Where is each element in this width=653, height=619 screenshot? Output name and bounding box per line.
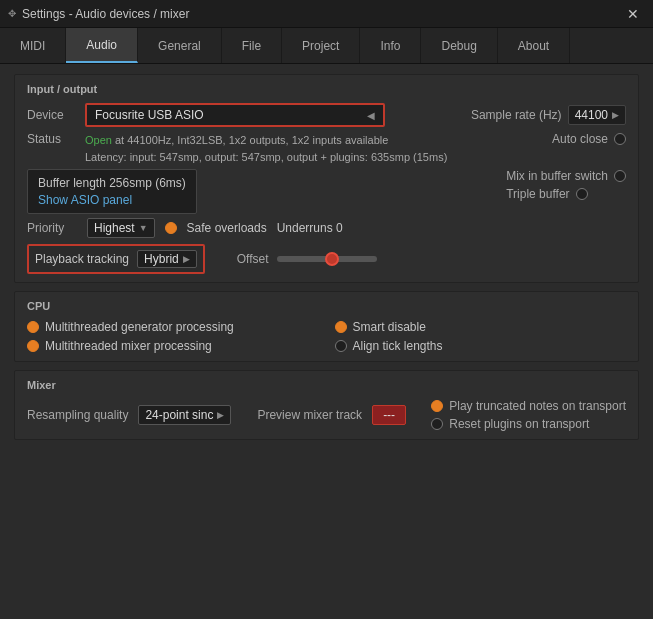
- tab-debug[interactable]: Debug: [421, 28, 497, 63]
- playback-tracking-value: Hybrid: [144, 252, 179, 266]
- buffer-title: Buffer length 256smp (6ms): [38, 176, 186, 190]
- sample-rate-dropdown[interactable]: 44100 ▶: [568, 105, 626, 125]
- resampling-label: Resampling quality: [27, 408, 128, 422]
- status-latency: Latency: input: 547smp, output: 547smp, …: [85, 151, 447, 163]
- sample-rate-arrow-icon: ▶: [612, 110, 619, 120]
- playback-arrow-icon: ▶: [183, 254, 190, 264]
- multithreaded-gen-label: Multithreaded generator processing: [45, 320, 234, 334]
- reset-plugins-label: Reset plugins on transport: [449, 417, 589, 431]
- window-title: Settings - Audio devices / mixer: [22, 7, 189, 21]
- priority-row: Priority Highest ▼ Safe overloads Underr…: [27, 218, 626, 238]
- multithreaded-mix-label: Multithreaded mixer processing: [45, 339, 212, 353]
- safe-overloads-label: Safe overloads: [187, 221, 267, 235]
- sample-rate-label: Sample rate (Hz): [471, 108, 562, 122]
- status-detail: at 44100Hz, Int32LSB, 1x2 outputs, 1x2 i…: [115, 134, 388, 146]
- triple-buffer-row: Triple buffer: [506, 187, 626, 201]
- cpu-item-3: Align tick lengths: [335, 339, 627, 353]
- cpu-section: CPU Multithreaded generator processing S…: [14, 291, 639, 362]
- play-truncated-label: Play truncated notes on transport: [449, 399, 626, 413]
- device-label: Device: [27, 108, 77, 122]
- device-row: Device Focusrite USB ASIO ◀ Sample rate …: [27, 103, 626, 127]
- buffer-right-options: Mix in buffer switch Triple buffer: [506, 169, 626, 201]
- reset-plugins-row: Reset plugins on transport: [431, 417, 626, 431]
- offset-row: Offset: [237, 252, 377, 266]
- tab-general[interactable]: General: [138, 28, 222, 63]
- mixer-section: Mixer Resampling quality 24-point sinc ▶…: [14, 370, 639, 440]
- cpu-title: CPU: [27, 300, 626, 312]
- mixer-right-options: Play truncated notes on transport Reset …: [431, 399, 626, 431]
- offset-slider-track[interactable]: [277, 256, 377, 262]
- drag-icon: ✥: [8, 8, 16, 19]
- tab-about[interactable]: About: [498, 28, 570, 63]
- sample-rate-value: 44100: [575, 108, 608, 122]
- offset-slider-thumb[interactable]: [325, 252, 339, 266]
- mixer-row: Resampling quality 24-point sinc ▶ Previ…: [27, 399, 626, 431]
- play-truncated-radio[interactable]: [431, 400, 443, 412]
- status-row: Status Open at 44100Hz, Int32LSB, 1x2 ou…: [27, 132, 626, 165]
- resampling-dropdown[interactable]: 24-point sinc ▶: [138, 405, 231, 425]
- align-tick-radio[interactable]: [335, 340, 347, 352]
- title-bar: ✥ Settings - Audio devices / mixer ✕: [0, 0, 653, 28]
- tab-audio[interactable]: Audio: [66, 28, 138, 63]
- cpu-item-2: Smart disable: [335, 320, 627, 334]
- preview-label: Preview mixer track: [257, 408, 362, 422]
- device-dropdown[interactable]: Focusrite USB ASIO ◀: [85, 103, 385, 127]
- device-value: Focusrite USB ASIO: [95, 108, 204, 122]
- device-arrow-icon: ◀: [367, 110, 375, 121]
- align-tick-label: Align tick lengths: [353, 339, 443, 353]
- playback-tracking-label: Playback tracking: [35, 252, 129, 266]
- tab-bar: MIDI Audio General File Project Info Deb…: [0, 28, 653, 64]
- tab-project[interactable]: Project: [282, 28, 360, 63]
- close-button[interactable]: ✕: [621, 5, 645, 23]
- status-label: Status: [27, 132, 77, 146]
- buffer-box: Buffer length 256smp (6ms) Show ASIO pan…: [27, 169, 197, 214]
- multithreaded-gen-radio[interactable]: [27, 321, 39, 333]
- underruns-value: Underruns 0: [277, 221, 343, 235]
- resampling-value: 24-point sinc: [145, 408, 213, 422]
- auto-close-label: Auto close: [552, 132, 608, 146]
- tab-info[interactable]: Info: [360, 28, 421, 63]
- reset-plugins-radio[interactable]: [431, 418, 443, 430]
- smart-disable-label: Smart disable: [353, 320, 426, 334]
- tab-midi[interactable]: MIDI: [0, 28, 66, 63]
- multithreaded-mix-radio[interactable]: [27, 340, 39, 352]
- priority-dropdown[interactable]: Highest ▼: [87, 218, 155, 238]
- priority-arrow-icon: ▼: [139, 223, 148, 233]
- offset-label: Offset: [237, 252, 269, 266]
- mix-in-buffer-label: Mix in buffer switch: [506, 169, 608, 183]
- status-info: Open at 44100Hz, Int32LSB, 1x2 outputs, …: [85, 132, 447, 165]
- buffer-row: Buffer length 256smp (6ms) Show ASIO pan…: [27, 169, 626, 214]
- cpu-options-grid: Multithreaded generator processing Smart…: [27, 320, 626, 353]
- triple-buffer-radio[interactable]: [576, 188, 588, 200]
- input-output-section: Input / output Device Focusrite USB ASIO…: [14, 74, 639, 283]
- mix-in-buffer-row: Mix in buffer switch: [506, 169, 626, 183]
- auto-close-radio[interactable]: [614, 133, 626, 145]
- smart-disable-radio[interactable]: [335, 321, 347, 333]
- mix-in-buffer-radio[interactable]: [614, 170, 626, 182]
- playback-tracking-box: Playback tracking Hybrid ▶: [27, 244, 205, 274]
- priority-value: Highest: [94, 221, 135, 235]
- play-truncated-row: Play truncated notes on transport: [431, 399, 626, 413]
- main-content: Input / output Device Focusrite USB ASIO…: [0, 64, 653, 450]
- tab-file[interactable]: File: [222, 28, 282, 63]
- resampling-arrow-icon: ▶: [217, 410, 224, 420]
- safe-overloads-radio[interactable]: [165, 222, 177, 234]
- auto-close-row: Auto close: [552, 132, 626, 146]
- sample-rate-group: Sample rate (Hz) 44100 ▶: [471, 105, 626, 125]
- cpu-item-1: Multithreaded mixer processing: [27, 339, 319, 353]
- cpu-item-0: Multithreaded generator processing: [27, 320, 319, 334]
- preview-mixer-button[interactable]: ---: [372, 405, 406, 425]
- status-open: Open: [85, 134, 112, 146]
- show-asio-button[interactable]: Show ASIO panel: [38, 193, 186, 207]
- mixer-title: Mixer: [27, 379, 626, 391]
- playback-tracking-dropdown[interactable]: Hybrid ▶: [137, 250, 197, 268]
- priority-label: Priority: [27, 221, 77, 235]
- triple-buffer-label: Triple buffer: [506, 187, 569, 201]
- input-output-title: Input / output: [27, 83, 626, 95]
- playback-offset-row: Playback tracking Hybrid ▶ Offset: [27, 244, 626, 274]
